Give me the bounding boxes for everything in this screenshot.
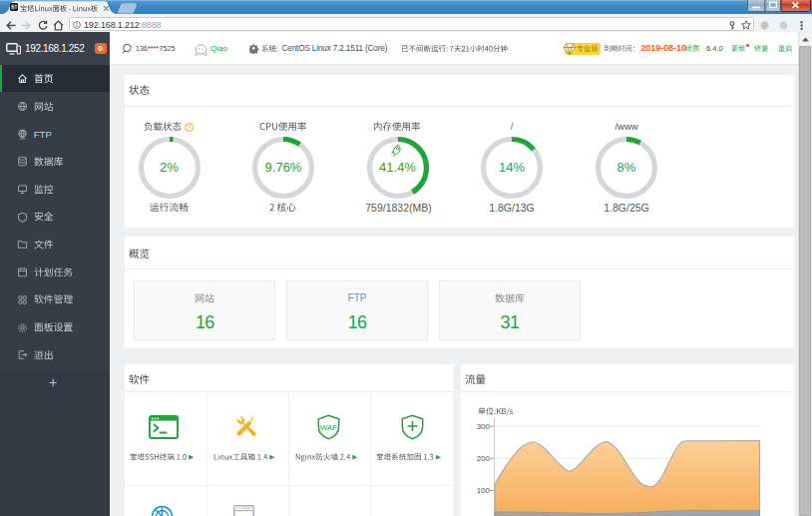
svg-text:WAF: WAF <box>319 422 336 431</box>
